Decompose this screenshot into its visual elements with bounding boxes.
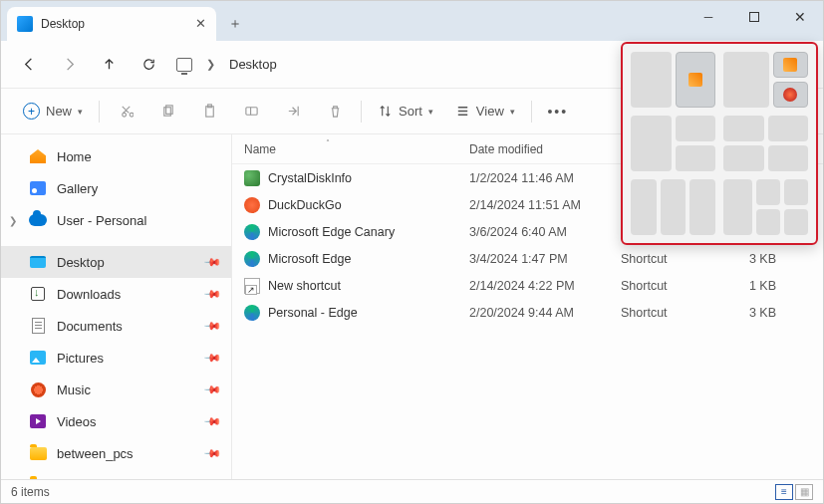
chevron-down-icon: ▾ — [428, 107, 433, 117]
sort-asc-icon: ˄ — [326, 138, 330, 147]
file-date: 3/4/2024 1:47 PM — [457, 252, 609, 266]
file-row[interactable]: Personal - Edge2/20/2024 9:44 AMShortcut… — [232, 299, 823, 326]
view-button[interactable]: View ▾ — [445, 96, 525, 127]
sidebar-item-documents[interactable]: Documents📌 — [1, 310, 231, 342]
close-window-button[interactable]: ✕ — [777, 1, 823, 33]
folder-icon — [30, 479, 47, 480]
sidebar-item-label: User - Personal — [57, 213, 146, 228]
sidebar-item-gallery[interactable]: Gallery — [1, 172, 231, 204]
delete-button[interactable] — [315, 96, 355, 127]
file-icon — [244, 305, 260, 321]
sidebar-item-label: between_pcs — [57, 446, 134, 461]
svg-rect-0 — [163, 108, 170, 116]
status-bar: 6 items ≡ ▦ — [1, 479, 823, 503]
file-name: New shortcut — [268, 279, 341, 293]
file-type: Shortcut — [609, 252, 734, 266]
refresh-button[interactable] — [131, 47, 166, 83]
minimize-button[interactable]: ─ — [686, 1, 731, 33]
file-icon — [244, 278, 260, 294]
sidebar-item-home[interactable]: Home — [1, 140, 231, 172]
pin-icon: 📌 — [202, 252, 221, 271]
snap-layout-option[interactable] — [723, 116, 808, 171]
snap-layout-option[interactable] — [631, 116, 715, 171]
sidebar-item-between_pcs[interactable]: between_pcs📌 — [1, 437, 231, 469]
view-toggle: ≡ ▦ — [775, 484, 813, 500]
file-name: Microsoft Edge — [268, 252, 351, 266]
plus-icon: + — [23, 103, 40, 120]
snap-layout-option[interactable] — [631, 179, 715, 235]
snap-layouts-flyout — [621, 42, 818, 245]
this-pc-icon — [176, 58, 192, 72]
details-view-button[interactable]: ≡ — [775, 484, 793, 500]
col-date[interactable]: Date modified — [457, 142, 609, 156]
sidebar-item-pictures[interactable]: Pictures📌 — [1, 342, 231, 374]
item-count: 6 items — [11, 485, 50, 499]
file-icon — [244, 251, 260, 267]
chevron-right-icon[interactable]: ❯ — [200, 58, 221, 71]
maximize-button[interactable] — [731, 1, 777, 33]
sidebar-item-downloads[interactable]: Downloads📌 — [1, 278, 231, 310]
tab-desktop[interactable]: Desktop ✕ — [7, 7, 216, 41]
pin-icon: 📌 — [202, 348, 221, 367]
close-tab-icon[interactable]: ✕ — [194, 18, 206, 30]
rename-button[interactable] — [231, 96, 271, 127]
titlebar: Desktop ✕ ＋ ─ ✕ — [1, 1, 823, 41]
sidebar-item-user---personal[interactable]: ❯User - Personal — [1, 204, 231, 236]
new-tab-button[interactable]: ＋ — [220, 9, 250, 39]
sort-button[interactable]: Sort ▾ — [368, 96, 443, 127]
sidebar-item-label: Pictures — [57, 351, 104, 366]
file-date: 2/20/2024 9:44 AM — [457, 306, 609, 320]
back-button[interactable] — [11, 47, 47, 83]
app-icon — [688, 73, 702, 87]
up-button[interactable] — [91, 47, 127, 83]
file-date: 2/14/2024 11:51 AM — [457, 198, 609, 212]
paste-button[interactable] — [189, 96, 229, 127]
sidebar-item-label: Documents — [57, 319, 123, 334]
separator — [361, 101, 362, 123]
new-label: New — [46, 104, 72, 119]
sidebar-item-label: Videos — [57, 414, 97, 429]
svg-rect-2 — [205, 107, 213, 117]
snap-layout-option[interactable] — [723, 179, 808, 235]
snap-layout-option[interactable] — [631, 52, 715, 108]
file-size: 3 KB — [734, 252, 794, 266]
pin-icon: 📌 — [202, 411, 221, 430]
desktop-icon — [30, 256, 46, 268]
separator — [531, 101, 532, 123]
snap-layout-option[interactable] — [723, 52, 808, 108]
sidebar-item-videos[interactable]: Videos📌 — [1, 405, 231, 437]
copy-button[interactable] — [147, 96, 187, 127]
cloud-icon — [29, 214, 47, 226]
col-name[interactable]: Name˄ — [232, 142, 457, 156]
sidebar-item-wallpapers[interactable]: wallpapers📌 — [1, 469, 231, 479]
cut-button[interactable] — [106, 96, 145, 127]
file-name: DuckDuckGo — [268, 198, 342, 212]
sidebar-item-label: Gallery — [57, 181, 98, 196]
file-date: 3/6/2024 6:40 AM — [457, 225, 609, 239]
gallery-icon — [30, 181, 46, 195]
sidebar-item-label: wallpapers — [57, 478, 119, 480]
file-row[interactable]: Microsoft Edge3/4/2024 1:47 PMShortcut3 … — [232, 245, 823, 272]
chevron-right-icon[interactable]: ❯ — [9, 215, 17, 226]
more-button[interactable]: ••• — [538, 96, 578, 127]
forward-button[interactable] — [51, 47, 87, 83]
share-button[interactable] — [273, 96, 313, 127]
file-name: CrystalDiskInfo — [268, 171, 352, 185]
sidebar-item-desktop[interactable]: Desktop📌 — [1, 246, 231, 278]
file-row[interactable]: New shortcut2/14/2024 4:22 PMShortcut1 K… — [232, 272, 823, 299]
sidebar-item-music[interactable]: Music📌 — [1, 374, 231, 405]
pin-icon: 📌 — [202, 443, 221, 462]
file-type: Shortcut — [609, 279, 734, 293]
pin-icon: 📌 — [202, 475, 221, 479]
svg-rect-4 — [245, 108, 256, 116]
thumbnail-view-button[interactable]: ▦ — [795, 484, 813, 500]
video-icon — [30, 414, 46, 428]
home-icon — [30, 149, 46, 163]
view-label: View — [476, 104, 504, 119]
new-button[interactable]: + New ▾ — [13, 96, 93, 127]
chevron-down-icon: ▾ — [510, 107, 515, 117]
window-controls: ─ ✕ — [686, 1, 823, 33]
tab-title: Desktop — [41, 17, 186, 31]
breadcrumb-desktop[interactable]: Desktop — [229, 57, 277, 72]
file-name: Personal - Edge — [268, 306, 358, 320]
